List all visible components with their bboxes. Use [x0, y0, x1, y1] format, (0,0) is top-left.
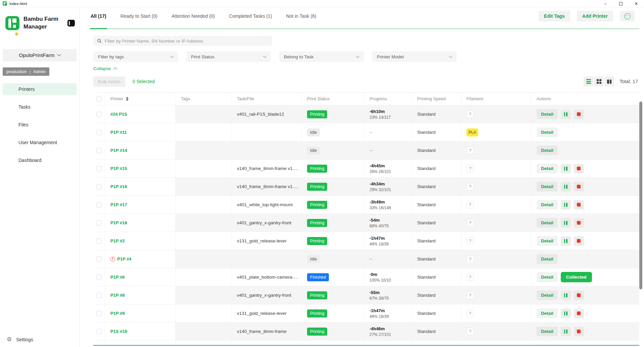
detail-button[interactable]: Detail: [537, 200, 558, 210]
row-checkbox[interactable]: [96, 220, 102, 226]
stop-button[interactable]: [574, 164, 584, 173]
pause-button[interactable]: [561, 309, 571, 318]
sort-icon[interactable]: [126, 97, 129, 101]
column-header-print-status: Print Status: [302, 93, 364, 105]
detail-button[interactable]: Detail: [537, 272, 558, 282]
grid-view-button[interactable]: [594, 76, 604, 86]
collected-button[interactable]: Collected: [561, 272, 592, 282]
sidebar-nav: PrintersTasksFilesUser ManagementDashboa…: [3, 83, 77, 166]
progress-detail: 100% 10/10: [369, 278, 391, 283]
printer-name-link[interactable]: P1P #2: [110, 238, 125, 243]
stop-button[interactable]: [574, 200, 584, 210]
row-checkbox[interactable]: [96, 293, 102, 298]
stop-icon: [577, 311, 581, 315]
detail-button[interactable]: Detail: [537, 164, 558, 173]
tab-attention-needed-0[interactable]: Attention Needed (0): [171, 11, 215, 28]
printer-name-link[interactable]: #24 P1S: [110, 112, 127, 117]
row-checkbox[interactable]: [96, 275, 102, 280]
sidebar-item-tasks[interactable]: Tasks: [3, 101, 77, 113]
detail-button[interactable]: Detail: [537, 218, 558, 228]
bulk-action-button[interactable]: Bulk Action: [93, 76, 125, 87]
table-row: P1P #14Idle--Standard?Detail: [93, 141, 639, 160]
pause-button[interactable]: [561, 236, 571, 246]
edit-tags-button[interactable]: Edit Tags: [539, 11, 570, 21]
printer-name-link[interactable]: P1S #19: [110, 329, 127, 334]
printer-name-link[interactable]: P1P #8: [110, 293, 125, 298]
row-checkbox[interactable]: [96, 238, 102, 244]
filter-dropdown-filter-by-tags[interactable]: Filter by tags: [93, 51, 178, 62]
filter-dropdown-printer-model[interactable]: Printer Model: [372, 51, 457, 62]
detail-button[interactable]: Detail: [537, 327, 558, 336]
printer-name-link[interactable]: P1P #14: [110, 148, 127, 153]
sidebar-item-printers[interactable]: Printers: [3, 83, 77, 95]
table-row: P1P #11Idle--StandardPLADetail: [93, 123, 639, 141]
row-checkbox[interactable]: [96, 184, 102, 189]
pause-button[interactable]: [561, 110, 571, 119]
detail-button[interactable]: Detail: [537, 236, 558, 246]
detail-button[interactable]: Detail: [537, 182, 558, 191]
pause-button[interactable]: [561, 218, 571, 228]
more-actions-button[interactable]: ···: [620, 11, 635, 21]
detail-button[interactable]: Detail: [537, 308, 558, 318]
minimize-button[interactable]: –: [598, 0, 613, 7]
stop-button[interactable]: [574, 218, 584, 228]
sidebar-item-user-management[interactable]: User Management: [3, 136, 77, 149]
tab-all-17[interactable]: All (17): [90, 11, 107, 28]
row-checkbox[interactable]: [96, 329, 102, 334]
close-button[interactable]: ✕: [629, 0, 644, 7]
pause-button[interactable]: [561, 291, 571, 300]
printer-name-link[interactable]: !P1P #4: [110, 256, 131, 262]
row-checkbox[interactable]: [96, 112, 102, 117]
detail-button[interactable]: Detail: [537, 127, 558, 137]
collapse-filters-link[interactable]: Collapse: [93, 66, 117, 71]
detail-button[interactable]: Detail: [537, 290, 558, 300]
column-header-label: Filament: [466, 96, 483, 101]
table-row: P1S #19v140_frame_8mm-framePrinting-4h46…: [93, 323, 639, 341]
stop-button[interactable]: [574, 291, 584, 300]
vertical-scrollbar[interactable]: [639, 102, 642, 289]
tab-not-in-task-6[interactable]: Not in Task (6): [286, 11, 317, 28]
filter-dropdown-belong-to-task[interactable]: Belong to Task: [279, 51, 364, 62]
sidebar-item-files[interactable]: Files: [3, 119, 77, 131]
stop-button[interactable]: [574, 327, 584, 336]
printer-name-link[interactable]: P1P #16: [110, 184, 127, 189]
detail-button[interactable]: Detail: [537, 109, 558, 119]
detail-button[interactable]: Detail: [537, 254, 558, 264]
tab-completed-tasks-1[interactable]: Completed Tasks (1): [228, 11, 273, 28]
printer-name-link[interactable]: P1P #11: [110, 130, 127, 135]
stop-button[interactable]: [574, 110, 584, 119]
printer-name-link[interactable]: P1P #6: [110, 275, 125, 280]
bambu-farm-logo-icon: [5, 16, 19, 30]
printer-name-link[interactable]: P1P #18: [110, 220, 127, 225]
row-checkbox[interactable]: [96, 166, 102, 171]
row-checkbox[interactable]: [96, 202, 102, 208]
sidebar-item-settings[interactable]: ⚙ Settings: [7, 337, 33, 342]
stop-button[interactable]: [574, 309, 584, 318]
pause-button[interactable]: [561, 164, 571, 173]
stop-button[interactable]: [574, 236, 584, 246]
pause-button[interactable]: [561, 200, 571, 210]
row-checkbox[interactable]: [96, 130, 102, 135]
table-row: P1P #18v401_gantry_x-gantry-frontPrintin…: [93, 214, 639, 232]
add-printer-button[interactable]: Add Printer: [577, 11, 613, 21]
printer-name-link[interactable]: P1P #9: [110, 311, 125, 316]
filter-dropdown-print-status[interactable]: Print Status: [186, 51, 271, 62]
sidebar-item-dashboard[interactable]: Dashboard: [3, 154, 77, 166]
tab-ready-to-start-0[interactable]: Ready to Start (0): [120, 11, 158, 28]
select-all-checkbox[interactable]: [96, 96, 102, 102]
row-checkbox[interactable]: [96, 148, 102, 153]
search-input[interactable]: [105, 39, 268, 44]
stop-button[interactable]: [574, 182, 584, 191]
restore-button[interactable]: [613, 0, 629, 7]
row-checkbox[interactable]: [96, 311, 102, 316]
card-view-button[interactable]: [604, 76, 614, 86]
pause-button[interactable]: [561, 182, 571, 191]
row-checkbox[interactable]: [96, 256, 102, 262]
detail-button[interactable]: Detail: [537, 146, 558, 155]
collapse-sidebar-icon[interactable]: [67, 20, 75, 26]
farm-selector[interactable]: OpuloPrintFarm: [3, 49, 77, 61]
printer-name-link[interactable]: P1P #17: [110, 202, 127, 207]
printer-name-link[interactable]: P1P #15: [110, 166, 127, 171]
list-view-button[interactable]: [584, 76, 593, 86]
pause-button[interactable]: [561, 327, 571, 336]
